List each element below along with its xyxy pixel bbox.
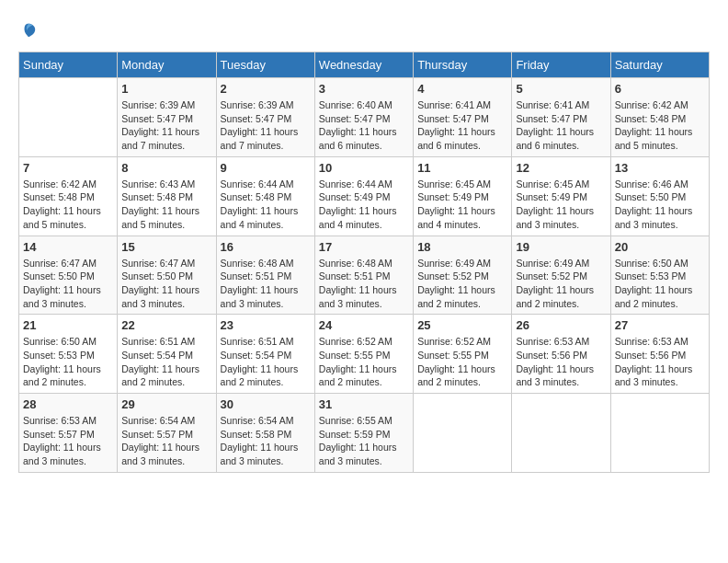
calendar-cell: 23Sunrise: 6:51 AMSunset: 5:54 PMDayligh… (216, 315, 314, 394)
day-info: Sunrise: 6:53 AMSunset: 5:57 PMDaylight:… (23, 414, 113, 468)
day-number: 11 (417, 161, 507, 175)
day-info: Sunrise: 6:45 AMSunset: 5:49 PMDaylight:… (417, 178, 507, 232)
day-info: Sunrise: 6:47 AMSunset: 5:50 PMDaylight:… (23, 257, 113, 311)
day-number: 16 (221, 240, 311, 254)
calendar-cell (414, 394, 512, 473)
day-number: 13 (615, 161, 705, 175)
logo-bird-icon (20, 22, 37, 39)
weekday-header-monday: Monday (118, 52, 216, 78)
calendar-cell: 26Sunrise: 6:53 AMSunset: 5:56 PMDayligh… (512, 315, 610, 394)
day-number: 20 (615, 240, 705, 254)
calendar-cell: 21Sunrise: 6:50 AMSunset: 5:53 PMDayligh… (19, 315, 118, 394)
calendar-cell: 27Sunrise: 6:53 AMSunset: 5:56 PMDayligh… (610, 315, 709, 394)
day-number: 27 (615, 318, 705, 332)
day-number: 4 (417, 82, 507, 96)
day-info: Sunrise: 6:44 AMSunset: 5:48 PMDaylight:… (221, 178, 311, 232)
day-number: 5 (516, 82, 606, 96)
day-info: Sunrise: 6:47 AMSunset: 5:50 PMDaylight:… (121, 257, 211, 311)
day-info: Sunrise: 6:51 AMSunset: 5:54 PMDaylight:… (121, 335, 211, 389)
calendar-cell: 5Sunrise: 6:41 AMSunset: 5:47 PMDaylight… (512, 78, 610, 157)
day-info: Sunrise: 6:41 AMSunset: 5:47 PMDaylight:… (516, 98, 606, 153)
calendar-week-row: 1Sunrise: 6:39 AMSunset: 5:47 PMDaylight… (19, 78, 710, 157)
day-info: Sunrise: 6:43 AMSunset: 5:48 PMDaylight:… (121, 178, 211, 232)
calendar-cell: 13Sunrise: 6:46 AMSunset: 5:50 PMDayligh… (610, 156, 709, 236)
day-info: Sunrise: 6:52 AMSunset: 5:55 PMDaylight:… (417, 335, 507, 389)
weekday-header-tuesday: Tuesday (216, 52, 314, 78)
calendar-cell: 25Sunrise: 6:52 AMSunset: 5:55 PMDayligh… (414, 315, 512, 394)
weekday-header-row: SundayMondayTuesdayWednesdayThursdayFrid… (19, 52, 710, 78)
weekday-header-saturday: Saturday (610, 52, 709, 78)
calendar-cell: 17Sunrise: 6:48 AMSunset: 5:51 PMDayligh… (314, 236, 413, 315)
calendar-cell: 28Sunrise: 6:53 AMSunset: 5:57 PMDayligh… (19, 394, 118, 473)
calendar-cell: 12Sunrise: 6:45 AMSunset: 5:49 PMDayligh… (512, 156, 610, 236)
day-number: 30 (221, 397, 311, 411)
calendar-cell: 1Sunrise: 6:39 AMSunset: 5:47 PMDaylight… (118, 78, 216, 157)
day-number: 25 (417, 318, 507, 332)
day-info: Sunrise: 6:40 AMSunset: 5:47 PMDaylight:… (319, 98, 409, 153)
day-info: Sunrise: 6:42 AMSunset: 5:48 PMDaylight:… (23, 178, 113, 232)
day-number: 28 (23, 397, 113, 411)
day-info: Sunrise: 6:48 AMSunset: 5:51 PMDaylight:… (221, 257, 311, 311)
day-info: Sunrise: 6:52 AMSunset: 5:55 PMDaylight:… (319, 335, 409, 389)
day-number: 18 (417, 240, 507, 254)
day-number: 2 (221, 82, 311, 96)
day-number: 31 (319, 397, 409, 411)
day-info: Sunrise: 6:55 AMSunset: 5:59 PMDaylight:… (319, 414, 409, 468)
day-number: 29 (121, 397, 211, 411)
day-number: 7 (23, 161, 113, 175)
day-info: Sunrise: 6:54 AMSunset: 5:58 PMDaylight:… (221, 414, 311, 468)
calendar-cell: 31Sunrise: 6:55 AMSunset: 5:59 PMDayligh… (314, 394, 413, 473)
day-info: Sunrise: 6:45 AMSunset: 5:49 PMDaylight:… (516, 178, 606, 232)
calendar-table: SundayMondayTuesdayWednesdayThursdayFrid… (18, 52, 710, 473)
weekday-header-sunday: Sunday (19, 52, 118, 78)
calendar-cell: 15Sunrise: 6:47 AMSunset: 5:50 PMDayligh… (118, 236, 216, 315)
day-info: Sunrise: 6:39 AMSunset: 5:47 PMDaylight:… (121, 98, 211, 153)
day-info: Sunrise: 6:49 AMSunset: 5:52 PMDaylight:… (516, 257, 606, 311)
day-number: 1 (121, 82, 211, 96)
day-info: Sunrise: 6:53 AMSunset: 5:56 PMDaylight:… (516, 335, 606, 389)
day-number: 23 (221, 318, 311, 332)
calendar-cell: 4Sunrise: 6:41 AMSunset: 5:47 PMDaylight… (414, 78, 512, 157)
logo (18, 18, 37, 42)
day-number: 21 (23, 318, 113, 332)
calendar-week-row: 28Sunrise: 6:53 AMSunset: 5:57 PMDayligh… (19, 394, 710, 473)
calendar-cell: 8Sunrise: 6:43 AMSunset: 5:48 PMDaylight… (118, 156, 216, 236)
calendar-cell (610, 394, 709, 473)
day-number: 14 (23, 240, 113, 254)
day-info: Sunrise: 6:39 AMSunset: 5:47 PMDaylight:… (221, 98, 311, 153)
calendar-cell: 11Sunrise: 6:45 AMSunset: 5:49 PMDayligh… (414, 156, 512, 236)
calendar-cell (19, 78, 118, 157)
calendar-cell: 16Sunrise: 6:48 AMSunset: 5:51 PMDayligh… (216, 236, 314, 315)
day-info: Sunrise: 6:48 AMSunset: 5:51 PMDaylight:… (319, 257, 409, 311)
page-header (18, 18, 710, 42)
weekday-header-thursday: Thursday (414, 52, 512, 78)
day-info: Sunrise: 6:42 AMSunset: 5:48 PMDaylight:… (615, 98, 705, 153)
calendar-cell: 30Sunrise: 6:54 AMSunset: 5:58 PMDayligh… (216, 394, 314, 473)
day-number: 6 (615, 82, 705, 96)
day-number: 26 (516, 318, 606, 332)
calendar-cell: 18Sunrise: 6:49 AMSunset: 5:52 PMDayligh… (414, 236, 512, 315)
day-number: 12 (516, 161, 606, 175)
weekday-header-wednesday: Wednesday (314, 52, 413, 78)
day-number: 9 (221, 161, 311, 175)
calendar-cell: 22Sunrise: 6:51 AMSunset: 5:54 PMDayligh… (118, 315, 216, 394)
calendar-cell: 29Sunrise: 6:54 AMSunset: 5:57 PMDayligh… (118, 394, 216, 473)
day-info: Sunrise: 6:49 AMSunset: 5:52 PMDaylight:… (417, 257, 507, 311)
day-info: Sunrise: 6:53 AMSunset: 5:56 PMDaylight:… (615, 335, 705, 389)
calendar-cell: 24Sunrise: 6:52 AMSunset: 5:55 PMDayligh… (314, 315, 413, 394)
day-info: Sunrise: 6:50 AMSunset: 5:53 PMDaylight:… (615, 257, 705, 311)
calendar-cell: 14Sunrise: 6:47 AMSunset: 5:50 PMDayligh… (19, 236, 118, 315)
day-number: 22 (121, 318, 211, 332)
day-number: 24 (319, 318, 409, 332)
day-number: 10 (319, 161, 409, 175)
calendar-week-row: 7Sunrise: 6:42 AMSunset: 5:48 PMDaylight… (19, 156, 710, 236)
day-number: 15 (121, 240, 211, 254)
weekday-header-friday: Friday (512, 52, 610, 78)
day-number: 19 (516, 240, 606, 254)
calendar-cell: 20Sunrise: 6:50 AMSunset: 5:53 PMDayligh… (610, 236, 709, 315)
calendar-cell: 7Sunrise: 6:42 AMSunset: 5:48 PMDaylight… (19, 156, 118, 236)
day-number: 3 (319, 82, 409, 96)
calendar-cell: 9Sunrise: 6:44 AMSunset: 5:48 PMDaylight… (216, 156, 314, 236)
day-info: Sunrise: 6:46 AMSunset: 5:50 PMDaylight:… (615, 178, 705, 232)
day-info: Sunrise: 6:51 AMSunset: 5:54 PMDaylight:… (221, 335, 311, 389)
